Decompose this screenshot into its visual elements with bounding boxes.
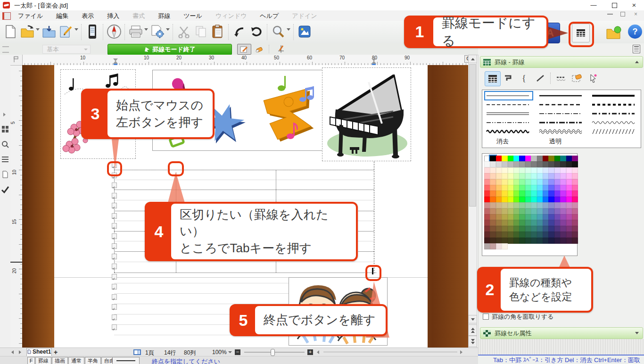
color-swatch[interactable] xyxy=(513,190,520,197)
color-swatch[interactable] xyxy=(496,202,502,208)
menu-3[interactable]: 表示 xyxy=(75,10,100,21)
color-swatch[interactable] xyxy=(543,220,549,226)
color-swatch[interactable] xyxy=(513,185,520,191)
color-swatch[interactable] xyxy=(543,190,549,197)
color-swatch[interactable] xyxy=(484,238,490,244)
color-swatch[interactable] xyxy=(502,156,508,162)
color-swatch[interactable] xyxy=(560,185,566,191)
transparent-style-option[interactable]: 透明 xyxy=(549,137,561,146)
color-swatch[interactable] xyxy=(490,214,496,220)
color-swatch[interactable] xyxy=(508,156,514,162)
color-swatch[interactable] xyxy=(531,202,537,208)
color-swatch[interactable] xyxy=(490,190,496,197)
line-style-wave3[interactable] xyxy=(485,128,532,135)
insert-image-button[interactable] xyxy=(297,23,313,41)
undo-button[interactable] xyxy=(231,23,248,41)
scroll-left-button[interactable] xyxy=(317,350,319,354)
menu-9[interactable]: ヘルプ xyxy=(253,10,285,21)
color-swatch[interactable] xyxy=(519,226,525,232)
status-mode-描画[interactable]: 描画 xyxy=(52,357,68,364)
color-swatch[interactable] xyxy=(508,190,514,197)
color-swatch[interactable] xyxy=(543,173,549,179)
color-swatch[interactable] xyxy=(525,226,531,232)
color-swatch[interactable] xyxy=(502,208,508,215)
color-swatch[interactable] xyxy=(496,243,502,249)
color-swatch[interactable] xyxy=(566,197,572,203)
color-swatch[interactable] xyxy=(531,173,537,179)
border-brace-tool[interactable]: { xyxy=(517,71,532,85)
chevron-down-icon[interactable] xyxy=(166,28,170,31)
color-swatch[interactable] xyxy=(548,238,554,244)
color-swatch[interactable] xyxy=(525,173,531,179)
color-swatch[interactable] xyxy=(537,232,543,238)
doc-minimize-button[interactable] xyxy=(607,14,613,15)
scrollbar-thumb[interactable] xyxy=(469,64,476,207)
color-swatch[interactable] xyxy=(554,179,561,185)
border-diagonal-tool[interactable] xyxy=(533,71,548,85)
color-swatch[interactable] xyxy=(490,208,496,215)
color-swatch[interactable] xyxy=(502,185,508,191)
color-swatch[interactable] xyxy=(519,179,525,185)
color-swatch[interactable] xyxy=(484,197,490,203)
document-icon[interactable] xyxy=(2,12,11,20)
print-settings-button[interactable] xyxy=(149,23,165,41)
color-swatch[interactable] xyxy=(513,220,520,226)
color-swatch[interactable] xyxy=(519,197,525,203)
doc-restore-button[interactable] xyxy=(620,12,625,17)
color-swatch[interactable] xyxy=(543,185,549,191)
color-swatch[interactable] xyxy=(502,202,508,208)
line-style-solid3[interactable] xyxy=(591,92,638,99)
color-swatch[interactable] xyxy=(531,197,537,203)
next-sheet-button[interactable] xyxy=(19,350,21,354)
color-swatch[interactable] xyxy=(490,161,496,167)
collapse-chevron-icon[interactable] xyxy=(635,61,639,63)
color-swatch[interactable] xyxy=(548,220,554,226)
color-swatch[interactable] xyxy=(543,161,549,167)
color-swatch[interactable] xyxy=(508,202,514,208)
color-swatch[interactable] xyxy=(513,179,520,185)
color-swatch[interactable] xyxy=(554,202,561,208)
color-swatch[interactable] xyxy=(543,238,549,244)
color-swatch[interactable] xyxy=(572,208,578,215)
style-category-dropdown[interactable]: 基本 xyxy=(42,45,91,54)
scroll-down-button[interactable] xyxy=(468,315,477,323)
paste-clipboard-button[interactable] xyxy=(210,23,226,41)
section-cell-header[interactable]: 罫線セル属性 xyxy=(480,327,643,339)
sidebar-expand-icon[interactable] xyxy=(3,113,6,116)
color-swatch[interactable] xyxy=(543,156,549,162)
color-swatch[interactable] xyxy=(560,232,566,238)
color-swatch[interactable] xyxy=(513,214,520,220)
color-swatch[interactable] xyxy=(548,226,554,232)
color-swatch[interactable] xyxy=(537,156,543,162)
color-swatch[interactable] xyxy=(508,226,514,232)
color-swatch[interactable] xyxy=(531,232,537,238)
line-pencil-button[interactable] xyxy=(274,44,288,54)
color-swatch[interactable] xyxy=(513,208,520,215)
color-swatch[interactable] xyxy=(519,214,525,220)
sidebar-list-icon[interactable] xyxy=(1,156,9,163)
color-swatch[interactable] xyxy=(484,208,490,215)
sidebar-grid-icon[interactable] xyxy=(1,125,9,133)
color-swatch[interactable] xyxy=(548,161,554,167)
corner-checkbox-row[interactable]: 罫線の角を面取りする xyxy=(483,313,638,320)
color-swatch[interactable] xyxy=(513,167,520,174)
zoom-level-dropdown[interactable]: 100% xyxy=(212,349,232,356)
color-swatch[interactable] xyxy=(496,208,502,215)
color-swatch[interactable] xyxy=(525,197,531,203)
color-swatch[interactable] xyxy=(490,226,496,232)
color-swatch[interactable] xyxy=(484,214,490,220)
section-border-header[interactable]: 罫線 - 罫線 xyxy=(480,56,643,68)
color-swatch[interactable] xyxy=(502,220,508,226)
color-swatch[interactable] xyxy=(537,226,543,232)
open-folder-button[interactable] xyxy=(19,23,35,41)
color-swatch[interactable] xyxy=(484,243,490,249)
color-swatch[interactable] xyxy=(531,156,537,162)
color-swatch[interactable] xyxy=(513,156,520,162)
color-swatch[interactable] xyxy=(496,185,502,191)
margin-marker[interactable] xyxy=(113,58,118,65)
color-swatch[interactable] xyxy=(543,202,549,208)
color-swatch[interactable] xyxy=(508,232,514,238)
erase-border-button[interactable] xyxy=(253,44,266,54)
color-swatch[interactable] xyxy=(496,232,502,238)
piano-clipart[interactable] xyxy=(322,67,411,161)
